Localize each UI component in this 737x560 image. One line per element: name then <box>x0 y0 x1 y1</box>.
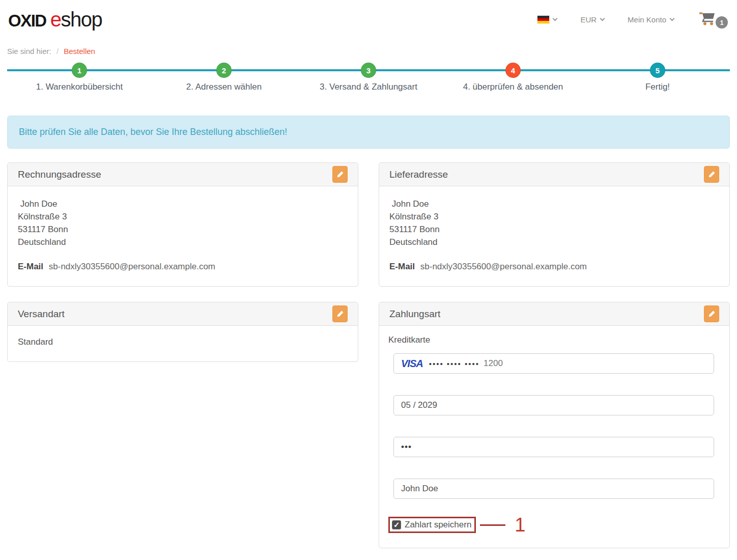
step-circle[interactable]: 2 <box>216 63 232 78</box>
payment-header: Zahlungsart <box>379 302 729 326</box>
check-data-banner: Bitte prüfen Sie alle Daten, bevor Sie I… <box>7 116 730 149</box>
card-expiry-field[interactable]: 05 / 2029 <box>393 395 714 415</box>
breadcrumb: Sie sind hier: / Bestellen <box>7 47 730 55</box>
panel-title: Zahlungsart <box>389 309 440 320</box>
breadcrumb-separator: / <box>56 47 59 55</box>
edit-shipping-method-button[interactable] <box>332 305 348 322</box>
step-label: 1. Warenkorbübersicht <box>36 82 123 92</box>
email-value: sb-ndxly30355600@personal.example.com <box>49 262 215 271</box>
address-name: John Doe <box>389 198 719 210</box>
edit-icon <box>336 171 344 178</box>
header: OXID eshop EUR Mein Konto 1 <box>0 0 737 33</box>
delivery-address-header: Lieferadresse <box>379 163 729 186</box>
save-payment-checkbox[interactable] <box>392 520 401 529</box>
email-row: E-Mail sb-ndxly30355600@personal.example… <box>18 262 348 272</box>
card-masked-digits: •••• •••• •••• <box>429 359 479 368</box>
save-payment-label[interactable]: Zahlart speichern <box>405 520 471 530</box>
account-menu[interactable]: Mein Konto <box>628 15 674 24</box>
step-label: 4. überprüfen & absenden <box>463 82 563 92</box>
address-country: Deutschland <box>389 236 719 248</box>
panel-title: Lieferadresse <box>389 169 448 180</box>
step-label: Fertig! <box>645 82 670 92</box>
shipping-method-body: Standard <box>8 326 358 361</box>
currency-label: EUR <box>580 15 597 24</box>
logo-eshop-text: eshop <box>50 8 102 31</box>
edit-icon <box>336 310 344 318</box>
payment-panel: Zahlungsart Kreditkarte VISA •••• •••• •… <box>379 302 730 548</box>
card-number-field[interactable]: VISA •••• •••• •••• 1200 <box>393 353 714 374</box>
address-country: Deutschland <box>18 236 348 248</box>
cart-button[interactable]: 1 <box>697 10 728 29</box>
left-column: Rechnungsadresse John Doe Kölnstraße 3 5… <box>7 162 358 362</box>
card-last4: 1200 <box>484 358 503 369</box>
edit-icon <box>708 171 716 178</box>
step-pay: 3 3. Versand & Zahlungsart <box>296 63 441 92</box>
currency-selector[interactable]: EUR <box>580 15 604 24</box>
shipping-method-header: Versandart <box>8 302 358 326</box>
breadcrumb-prefix: Sie sind hier: <box>7 47 51 55</box>
address-city: 531117 Bonn <box>18 223 348 236</box>
address-name: John Doe <box>18 198 348 210</box>
step-label: 2. Adressen wählen <box>186 82 262 92</box>
checkout-progress: 1 1. Warenkorbübersicht 2 2. Adressen wä… <box>7 63 730 94</box>
card-holder-value: John Doe <box>401 484 438 494</box>
shipping-method-value: Standard <box>18 337 348 347</box>
address-city: 531117 Bonn <box>389 223 719 236</box>
annotation-highlight-box: Zahlart speichern <box>388 517 476 533</box>
delivery-address-body: John Doe Kölnstraße 3 531117 Bonn Deutsc… <box>379 186 729 286</box>
step-circle[interactable]: 3 <box>361 63 376 78</box>
annotation-number: 1 <box>515 515 525 535</box>
step-circle[interactable]: 5 <box>650 63 665 78</box>
step-circle[interactable]: 1 <box>72 63 87 78</box>
step-done: 5 Fertig! <box>585 63 730 92</box>
step-circle[interactable]: 4 <box>505 63 521 78</box>
card-cvc-value: ••• <box>401 442 412 452</box>
chevron-down-icon <box>600 16 605 21</box>
billing-address-body: John Doe Kölnstraße 3 531117 Bonn Deutsc… <box>8 186 358 286</box>
card-cvc-field[interactable]: ••• <box>393 437 714 457</box>
email-row: E-Mail sb-ndxly30355600@personal.example… <box>389 262 719 272</box>
delivery-address-panel: Lieferadresse John Doe Kölnstraße 3 5311… <box>379 162 730 287</box>
step-address: 2 2. Adressen wählen <box>152 63 296 92</box>
annotation-callout-line <box>480 524 505 526</box>
edit-billing-button[interactable] <box>332 166 348 183</box>
payment-method-label: Kreditkarte <box>388 335 714 345</box>
step-label: 3. Versand & Zahlungsart <box>320 82 417 92</box>
billing-address-header: Rechnungsadresse <box>8 163 358 186</box>
address-street: Kölnstraße 3 <box>18 210 348 223</box>
chevron-down-icon <box>553 16 558 21</box>
address-street: Kölnstraße 3 <box>389 210 719 223</box>
card-holder-field[interactable]: John Doe <box>393 479 714 499</box>
step-order: 4 4. überprüfen & absenden <box>441 63 585 92</box>
panel-title: Versandart <box>18 309 65 320</box>
cart-count-badge: 1 <box>716 16 728 29</box>
edit-delivery-button[interactable] <box>704 166 719 183</box>
header-nav: EUR Mein Konto 1 <box>537 10 728 29</box>
payment-body: Kreditkarte VISA •••• •••• •••• 1200 05 … <box>379 326 729 548</box>
email-label: E-Mail <box>389 262 415 271</box>
save-payment-row: Zahlart speichern 1 <box>388 515 714 535</box>
chevron-down-icon <box>670 16 675 21</box>
german-flag-icon <box>537 16 549 23</box>
shipping-method-panel: Versandart Standard <box>7 302 358 362</box>
email-label: E-Mail <box>18 262 43 271</box>
account-label: Mein Konto <box>628 15 666 24</box>
billing-address-panel: Rechnungsadresse John Doe Kölnstraße 3 5… <box>7 162 358 287</box>
panel-title: Rechnungsadresse <box>18 169 101 180</box>
cart-icon <box>697 10 718 26</box>
edit-icon <box>708 310 716 318</box>
logo-oxid-text: OXID <box>8 11 46 31</box>
email-value: sb-ndxly30355600@personal.example.com <box>420 262 587 271</box>
shop-logo[interactable]: OXID eshop <box>8 8 102 31</box>
edit-payment-button[interactable] <box>704 305 719 322</box>
card-expiry-value: 05 / 2029 <box>401 400 437 410</box>
breadcrumb-current[interactable]: Bestellen <box>64 47 95 55</box>
language-selector[interactable] <box>537 16 557 23</box>
step-basket: 1 1. Warenkorbübersicht <box>7 63 152 92</box>
right-column: Lieferadresse John Doe Kölnstraße 3 5311… <box>379 162 730 548</box>
visa-logo-icon: VISA <box>401 358 423 370</box>
order-overview: Rechnungsadresse John Doe Kölnstraße 3 5… <box>7 162 730 548</box>
